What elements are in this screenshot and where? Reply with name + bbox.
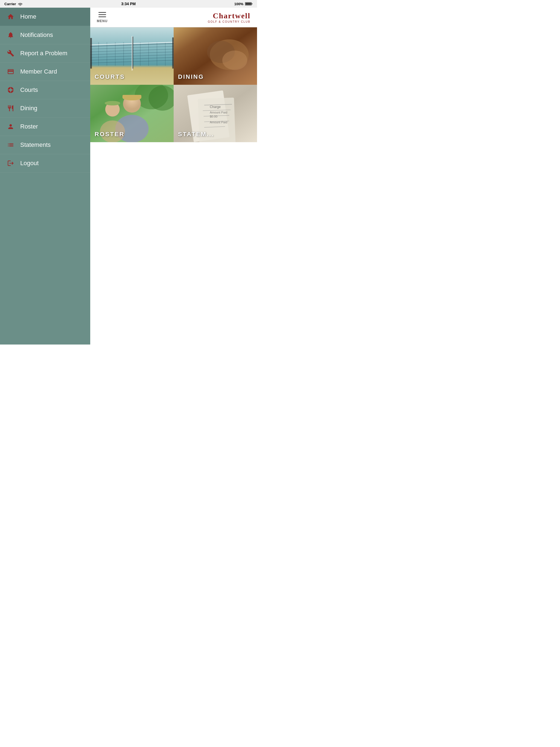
battery-icon [245,2,253,6]
sidebar-item-roster[interactable]: Roster [0,118,90,136]
sidebar-report-label: Report a Problem [20,50,67,57]
svg-rect-1 [246,3,251,5]
sidebar-roster-label: Roster [20,123,38,130]
sidebar-item-member-card[interactable]: Member Card [0,62,90,81]
tile-dining-label: DINING [178,73,204,80]
status-bar: Carrier 3:34 PM 100% [0,0,257,8]
svg-text:Amount Paid: Amount Paid [210,121,227,124]
sidebar-item-home[interactable]: Home [0,8,90,26]
sidebar-logout-label: Logout [20,160,39,167]
home-icon [6,12,15,21]
svg-rect-2 [252,3,253,4]
svg-text:Charge: Charge [210,105,221,109]
svg-text:Amount Paid: Amount Paid [210,111,227,114]
svg-text:$0.00: $0.00 [210,115,218,118]
menu-line-1 [98,12,106,13]
sidebar-member-card-label: Member Card [20,68,57,75]
sidebar-item-notifications[interactable]: Notifications [0,26,90,44]
sidebar-item-logout[interactable]: Logout [0,154,90,173]
menu-button[interactable]: MENU [97,12,107,23]
menu-label: MENU [97,19,107,23]
svg-rect-33 [123,95,142,98]
bell-icon [6,31,15,39]
sidebar: Home Notifications Report a Problem [0,8,90,344]
brand-tagline: GOLF & COUNTRY CLUB [208,20,251,23]
hamburger-lines [98,12,106,17]
status-right: 100% [234,2,253,6]
card-icon [6,68,15,76]
time-display: 3:34 PM [121,2,136,6]
list-icon [6,141,15,149]
sidebar-home-label: Home [20,13,36,20]
tiles-grid: COURTS [90,27,257,142]
tennis-icon [6,86,15,94]
content-area [90,142,257,344]
logout-icon [6,159,15,168]
tile-dining[interactable]: DINING [174,27,257,85]
sidebar-courts-label: Courts [20,86,38,94]
status-left: Carrier [4,2,23,6]
tile-roster[interactable]: ROSTER [90,85,174,142]
carrier-label: Carrier [4,2,16,6]
menu-line-3 [98,17,106,17]
sidebar-item-report-problem[interactable]: Report a Problem [0,44,90,62]
sidebar-item-dining[interactable]: Dining [0,99,90,118]
brand-logo: Chartwell GOLF & COUNTRY CLUB [208,11,251,23]
tile-courts[interactable]: COURTS [90,27,174,85]
sidebar-item-courts[interactable]: Courts [0,81,90,99]
person-icon [6,123,15,131]
svg-rect-22 [132,36,133,69]
wrench-icon [6,49,15,57]
brand-name: Chartwell [213,11,251,20]
sidebar-notifications-label: Notifications [20,31,53,38]
svg-rect-21 [90,38,92,69]
top-nav: MENU Chartwell GOLF & COUNTRY CLUB [90,8,257,27]
tile-roster-label: ROSTER [95,131,125,138]
tile-statements-label: STATEM... [178,131,214,138]
menu-line-2 [98,14,106,15]
tile-statements[interactable]: Charge Amount Paid $0.00 Amount Paid STA… [174,85,257,142]
tile-courts-label: COURTS [95,73,125,80]
battery-label: 100% [234,2,244,6]
sidebar-statements-label: Statements [20,141,51,149]
app-body: Home Notifications Report a Problem [0,8,257,344]
wifi-icon [18,2,23,6]
sidebar-dining-label: Dining [20,105,37,112]
sidebar-item-statements[interactable]: Statements [0,136,90,154]
svg-point-35 [105,101,120,105]
fork-icon [6,104,15,112]
main-content: MENU Chartwell GOLF & COUNTRY CLUB [90,8,257,344]
svg-point-27 [222,51,247,70]
